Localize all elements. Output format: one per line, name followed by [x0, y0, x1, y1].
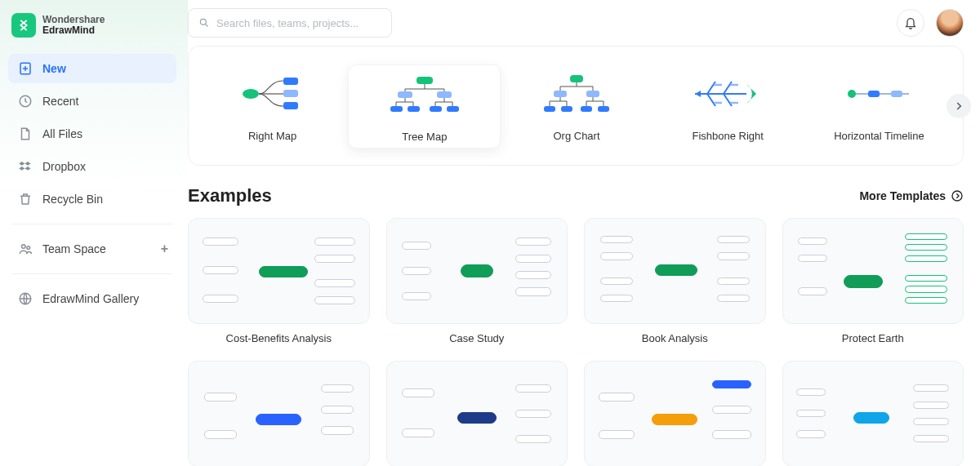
topbar — [188, 0, 980, 46]
svg-rect-17 — [570, 75, 583, 82]
example-label: Book Analysis — [584, 332, 766, 344]
svg-rect-7 — [283, 78, 298, 85]
example-card[interactable] — [584, 361, 766, 466]
svg-rect-10 — [416, 77, 433, 84]
example-preview — [782, 218, 964, 324]
template-label: Fishbone Right — [692, 130, 763, 142]
nav-label: All Files — [42, 127, 82, 140]
svg-point-5 — [200, 19, 206, 24]
nav-label: EdrawMind Gallery — [42, 292, 139, 305]
svg-point-25 — [848, 90, 856, 98]
template-org-chart[interactable]: Org Chart — [501, 64, 652, 147]
example-preview — [188, 218, 370, 324]
examples-heading: Examples — [188, 185, 272, 206]
svg-rect-26 — [868, 91, 880, 97]
example-protect-earth[interactable]: Protect Earth — [782, 218, 964, 344]
template-fishbone-right[interactable]: Fishbone Right — [653, 64, 804, 147]
globe-icon — [18, 291, 33, 306]
svg-rect-16 — [447, 106, 459, 112]
examples-header: Examples More Templates — [188, 185, 964, 206]
svg-rect-23 — [598, 106, 609, 112]
trash-icon — [18, 192, 33, 206]
main: Right Map Tree Map — [188, 0, 980, 466]
plus-file-icon — [18, 61, 33, 76]
nav-list: New Recent All Files Dropbox Recycle Bin… — [8, 54, 176, 313]
example-card[interactable] — [386, 361, 568, 466]
sidebar-item-all-files[interactable]: All Files — [8, 119, 176, 149]
svg-point-3 — [27, 246, 30, 250]
bell-icon — [904, 16, 917, 29]
nav-label: New — [42, 62, 66, 75]
svg-rect-8 — [283, 90, 298, 97]
chevron-right-icon — [953, 100, 964, 112]
template-label: Horizontal Timeline — [834, 130, 924, 142]
nav-label: Dropbox — [42, 160, 86, 173]
template-thumb — [838, 69, 920, 118]
sidebar-item-dropbox[interactable]: Dropbox — [8, 152, 176, 181]
nav-divider — [11, 224, 173, 224]
search-box[interactable] — [188, 8, 392, 38]
svg-rect-22 — [581, 106, 592, 112]
template-label: Org Chart — [553, 130, 599, 142]
example-label: Protect Earth — [782, 332, 964, 344]
clock-icon — [18, 94, 33, 109]
svg-rect-13 — [390, 106, 403, 112]
svg-rect-19 — [586, 91, 599, 97]
svg-rect-11 — [398, 91, 412, 98]
file-icon — [18, 126, 33, 141]
nav-divider — [11, 273, 173, 274]
nav-label: Team Space — [42, 242, 106, 255]
search-input[interactable] — [216, 17, 381, 29]
svg-point-2 — [22, 245, 26, 249]
notifications-button[interactable] — [897, 9, 924, 37]
template-thumb — [232, 69, 314, 118]
svg-rect-21 — [561, 106, 572, 112]
template-right-map[interactable]: Right Map — [197, 64, 348, 147]
example-preview — [584, 361, 766, 466]
team-icon — [18, 242, 33, 256]
example-preview — [386, 218, 568, 324]
template-thumb — [384, 70, 466, 119]
template-label: Right Map — [248, 130, 296, 142]
example-preview — [188, 361, 370, 466]
svg-point-28 — [952, 191, 962, 201]
example-preview — [782, 361, 964, 466]
nav-label: Recent — [42, 95, 78, 108]
example-card[interactable] — [782, 361, 964, 466]
example-case-study[interactable]: Case Study — [386, 218, 568, 344]
example-card[interactable] — [188, 361, 370, 466]
sidebar: Wondershare EdrawMind New Recent All Fil… — [0, 0, 188, 466]
brand-text: Wondershare EdrawMind — [42, 15, 105, 36]
avatar[interactable] — [936, 9, 964, 37]
template-label: Tree Map — [402, 131, 447, 143]
sidebar-item-new[interactable]: New — [8, 54, 176, 83]
example-label: Cost-Benefits Analysis — [188, 332, 370, 344]
svg-rect-9 — [283, 102, 298, 109]
template-thumb — [687, 69, 768, 118]
example-preview — [584, 218, 766, 324]
brand-line2: EdrawMind — [42, 25, 105, 36]
svg-point-6 — [243, 89, 259, 99]
sidebar-item-team-space[interactable]: Team Space + — [8, 234, 176, 264]
sidebar-item-recent[interactable]: Recent — [8, 87, 176, 116]
example-book-analysis[interactable]: Book Analysis — [584, 218, 766, 344]
template-next-button[interactable] — [947, 94, 971, 118]
dropbox-icon — [18, 159, 33, 174]
brand-logo — [11, 13, 36, 38]
add-team-icon[interactable]: + — [161, 242, 168, 256]
sidebar-item-gallery[interactable]: EdrawMind Gallery — [8, 284, 176, 313]
search-icon — [198, 17, 210, 29]
sidebar-item-recycle-bin[interactable]: Recycle Bin — [8, 184, 176, 214]
more-templates-link[interactable]: More Templates — [859, 189, 964, 202]
example-preview — [386, 361, 568, 466]
svg-marker-24 — [695, 91, 701, 97]
svg-rect-27 — [891, 91, 902, 97]
svg-rect-14 — [408, 106, 420, 112]
svg-rect-12 — [437, 91, 452, 98]
template-horizontal-timeline[interactable]: Horizontal Timeline — [804, 64, 955, 147]
svg-rect-20 — [544, 106, 555, 112]
example-cost-benefits-analysis[interactable]: Cost-Benefits Analysis — [188, 218, 370, 344]
arrow-circle-icon — [951, 189, 964, 202]
template-tree-map[interactable]: Tree Map — [348, 64, 501, 149]
more-templates-label: More Templates — [859, 189, 946, 202]
